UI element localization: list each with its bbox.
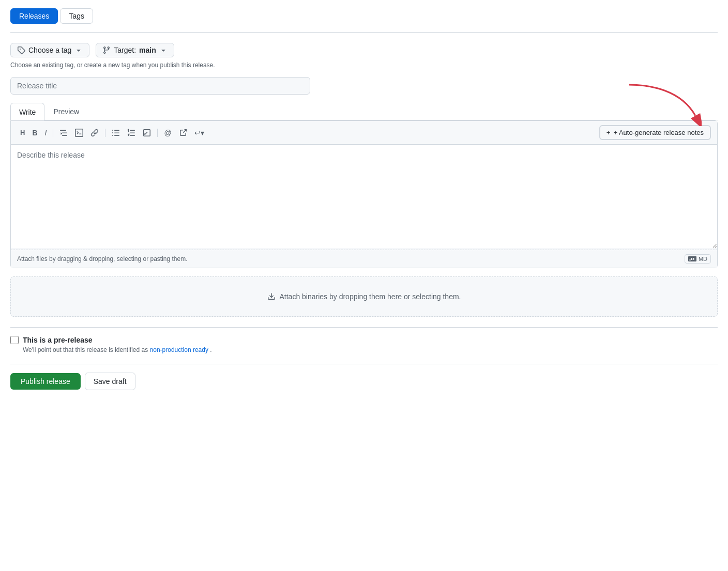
auto-generate-label: + Auto-generate release notes (613, 129, 704, 136)
toolbar-divider-3 (157, 129, 158, 137)
heading-icon: H (20, 129, 25, 136)
link-btn[interactable] (87, 127, 102, 139)
quote-btn[interactable] (56, 127, 71, 139)
code-icon (75, 129, 83, 137)
target-value: main (139, 46, 156, 54)
action-buttons: Publish release Save draft (10, 373, 718, 390)
non-production-link[interactable]: non-production ready (150, 346, 208, 353)
task-list-btn[interactable] (140, 127, 154, 139)
prerelease-section: This is a pre-release We'll point out th… (10, 327, 718, 353)
reference-btn[interactable] (176, 127, 190, 139)
binaries-drop-zone[interactable]: Attach binaries by dropping them here or… (10, 276, 718, 317)
toolbar-row: H B I (11, 121, 717, 145)
tags-tab[interactable]: Tags (60, 8, 93, 24)
reply-btn[interactable]: ↩▾ (191, 127, 207, 139)
save-draft-button[interactable]: Save draft (85, 373, 135, 390)
release-description-textarea[interactable] (11, 145, 717, 248)
reply-icon: ↩▾ (194, 129, 204, 137)
attach-label: Attach files by dragging & dropping, sel… (17, 255, 188, 263)
task-list-icon (143, 129, 151, 137)
italic-btn[interactable]: I (42, 127, 50, 139)
bold-btn[interactable]: B (29, 127, 40, 139)
prerelease-checkbox[interactable] (10, 336, 19, 344)
reference-icon (179, 129, 187, 137)
code-btn[interactable] (72, 127, 86, 139)
write-tab[interactable]: Write (10, 103, 44, 120)
quote-icon (59, 129, 68, 137)
mention-icon: @ (164, 129, 171, 137)
bottom-divider (10, 364, 718, 364)
markdown-icon (688, 256, 696, 261)
choose-tag-label: Choose a tag (28, 46, 71, 54)
prerelease-label: This is a pre-release (23, 336, 93, 344)
prerelease-description: We'll point out that this release is ide… (23, 346, 718, 353)
markdown-label: MD (699, 256, 707, 262)
chevron-down-icon-2 (159, 46, 168, 54)
bold-icon: B (32, 129, 37, 137)
download-arrow-icon (267, 292, 276, 301)
release-title-input[interactable] (10, 77, 310, 95)
ordered-list-icon (127, 129, 135, 137)
choose-tag-button[interactable]: Choose a tag (10, 43, 89, 57)
toolbar-divider-2 (105, 129, 105, 137)
heading-btn[interactable]: H (17, 127, 28, 138)
prerelease-row: This is a pre-release (10, 336, 718, 344)
unordered-list-icon (112, 129, 120, 137)
plus-icon: + (606, 129, 611, 136)
target-button[interactable]: Target: main (96, 43, 174, 57)
ordered-list-btn[interactable] (124, 127, 139, 139)
tag-icon (17, 46, 25, 54)
markdown-badge: MD (685, 254, 711, 264)
italic-icon: I (45, 129, 47, 137)
releases-tab[interactable]: Releases (10, 8, 58, 24)
auto-generate-button[interactable]: + + Auto-generate release notes (599, 125, 711, 140)
branch-icon (102, 46, 111, 54)
top-divider (10, 32, 718, 33)
link-icon (90, 129, 99, 137)
editor-tab-bar: Write Preview (10, 103, 718, 120)
controls-row: Choose a tag Target: main (10, 43, 718, 57)
tag-hint: Choose an existing tag, or create a new … (10, 61, 718, 69)
toolbar-divider-1 (53, 129, 53, 137)
target-label: Target: (114, 46, 136, 54)
editor-wrapper: H B I (10, 120, 718, 268)
mention-btn[interactable]: @ (161, 127, 174, 139)
toolbar-left: H B I (17, 127, 207, 139)
chevron-down-icon (74, 46, 83, 54)
unordered-list-btn[interactable] (109, 127, 123, 139)
attach-bar: Attach files by dragging & dropping, sel… (11, 250, 717, 268)
binaries-label: Attach binaries by dropping them here or… (280, 292, 461, 301)
publish-release-button[interactable]: Publish release (10, 373, 81, 390)
preview-tab[interactable]: Preview (44, 103, 88, 120)
tab-bar: Releases Tags (10, 8, 718, 24)
